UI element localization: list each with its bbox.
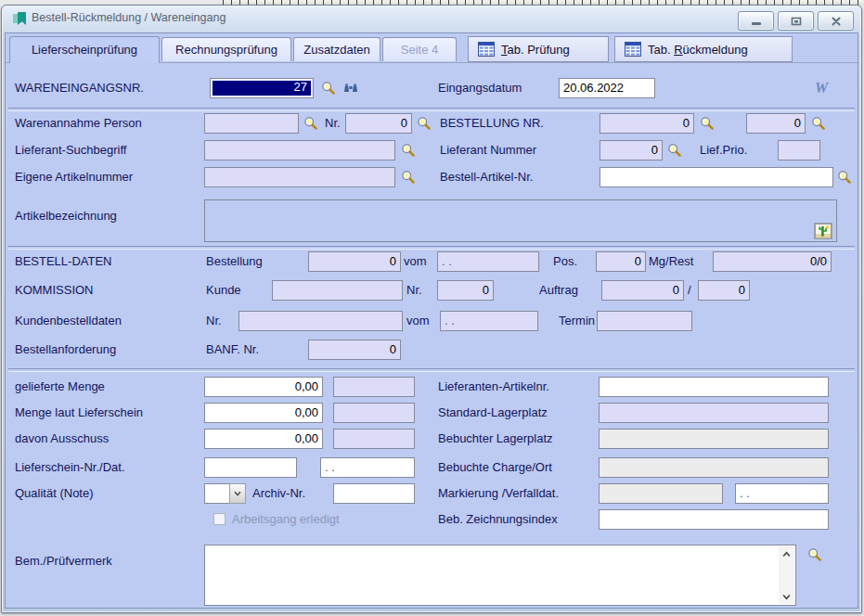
menge-laut-lieferschein-field[interactable]: 0,00 [204,403,323,423]
scroll-down-button[interactable] [779,589,794,604]
binoculars-icon[interactable] [343,81,358,96]
kommission-nr-field: 0 [437,280,494,301]
bestellung-nr-field[interactable]: 0 [600,113,694,134]
kunde-field [272,280,403,301]
beb-zeichnungsindex-field[interactable] [599,509,829,530]
kundenbestell-vom-field: . . [440,311,538,331]
bestell-artikel-nr-field[interactable] [600,167,833,187]
lief-prio-field[interactable] [778,140,820,160]
gelieferte-menge-field[interactable]: 0,00 [204,377,323,397]
lieferschein-nr-dat-label: Lieferschein-Nr./Dat. [15,457,125,478]
lieferschein-datum-field[interactable]: . . [320,457,415,478]
bestellanforderung-section-label: Bestellanforderung [15,340,116,360]
lieferant-nummer-label: Lieferant Nummer [440,140,536,160]
wareneingangsnr-label: WARENEINGANGSNR. [15,78,144,98]
search-icon[interactable] [807,547,822,562]
arbeitsgang-erledigt-checkbox [213,513,226,525]
scroll-up-button[interactable] [779,546,794,561]
kundenbestell-vom-label: vom [406,311,430,331]
termin-field [597,311,692,331]
markierung-field [599,483,723,504]
qualitaet-combo-button[interactable] [229,483,246,504]
minimize-icon [752,22,761,25]
qualitaet-combo-field[interactable] [204,483,230,504]
bebuchter-lagerplatz-field [599,429,829,449]
search-icon[interactable] [667,143,682,158]
search-icon[interactable] [417,116,432,131]
verfalldatum-field[interactable]: . . [735,483,829,504]
person-nr-label: Nr. [325,113,341,134]
kunde-label: Kunde [206,280,241,301]
bebuchte-charge-ort-field [599,457,829,478]
pos-label: Pos. [553,251,577,272]
search-icon[interactable] [401,143,416,158]
eingangsdatum-field[interactable]: 20.06.2022 [559,78,655,98]
table-icon [625,42,641,57]
textarea-scrollbar[interactable] [779,546,794,604]
pos-field: 0 [596,251,646,272]
table-icon [478,42,495,57]
bestellung-pos-field[interactable]: 0 [746,113,806,134]
search-icon[interactable] [837,170,852,185]
lieferant-suchbegriff-field[interactable] [204,140,395,160]
tab-pruefung-button-label: Tab. Prüfung [501,43,570,57]
separator-3 [8,368,855,372]
lieferschein-nr-field[interactable] [204,457,297,478]
maximize-icon [791,17,802,26]
search-icon[interactable] [811,116,826,131]
tab-zusatzdaten[interactable]: Zusatzdaten [293,37,380,61]
standard-lagerplatz-field [599,403,829,423]
tab-rueckmeldung-button[interactable]: Tab. Rückmeldung [614,36,793,62]
search-icon[interactable] [700,116,715,131]
app-window: Bestell-Rückmeldung / Wareneingang Liefe… [1,5,862,613]
bestellung-field: 0 [308,251,401,272]
archiv-nr-label: Archiv-Nr. [252,483,305,504]
lieferanten-artikelnr-field[interactable] [599,377,829,397]
gelieferte-menge-einheit-field [333,377,415,397]
minimize-button[interactable] [738,11,774,31]
search-icon[interactable] [321,81,336,96]
eigene-artikelnummer-label: Eigene Artikelnummer [15,167,133,187]
bestellung-nr-label: BESTELLUNG NR. [440,113,544,134]
eigene-artikelnummer-field[interactable] [204,167,395,187]
arbeitsgang-erledigt-label: Arbeitsgang erledigt [232,509,340,530]
titlebar[interactable]: Bestell-Rückmeldung / Wareneingang [2,6,861,31]
artikelbezeichnung-area[interactable] [204,199,837,242]
tab-rechnungspruefung[interactable]: Rechnungsprüfung [161,37,291,61]
lieferant-nummer-field[interactable]: 0 [600,140,663,160]
artikelbezeichnung-label: Artikelbezeichnung [15,206,117,226]
kommission-section-label: KOMMISSION [15,280,94,301]
wareneingangsnr-field[interactable]: 27 [210,78,314,98]
tab-lieferscheinpruefung[interactable]: Lieferscheinprüfung [9,36,160,63]
warenannahme-person-field[interactable] [204,113,299,134]
davon-ausschuss-field[interactable]: 0,00 [204,429,323,449]
banf-nr-label: BANF. Nr. [206,340,259,360]
chevron-up-icon [782,551,791,558]
image-button[interactable] [814,223,832,239]
eingangsdatum-label: Eingangsdatum [438,78,522,98]
banf-nr-field: 0 [308,340,401,360]
archiv-nr-field[interactable] [333,483,415,504]
lief-prio-label: Lief.Prio. [700,140,747,160]
auftrag-field-2: 0 [698,280,750,301]
search-icon[interactable] [303,116,318,131]
bem-pruefvermerk-label: Bem./Prüfvermerk [15,551,112,571]
vom-field: . . [437,251,539,272]
client-area: Lieferscheinprüfung Rechnungsprüfung Zus… [5,32,858,609]
w-logo: W [815,78,828,98]
chevron-down-icon [234,491,241,496]
close-button[interactable] [818,11,854,31]
search-icon[interactable] [401,170,416,185]
person-nr-field[interactable]: 0 [345,113,412,134]
bestellung-label: Bestellung [206,251,263,272]
termin-label: Termin [559,311,595,331]
auftrag-label: Auftrag [539,280,578,301]
tab-rueckmeldung-button-label: Tab. Rückmeldung [648,43,748,57]
bem-pruefvermerk-textarea[interactable] [204,545,796,606]
mgrest-label: Mg/Rest [649,251,693,272]
tab-pruefung-button[interactable]: Tab. Prüfung [468,36,609,62]
kundenbestelldaten-section-label: Kundenbestelldaten [15,311,122,331]
beb-zeichnungsindex-label: Beb. Zeichnungsindex [438,509,558,530]
maximize-button[interactable] [778,11,814,31]
davon-ausschuss-label: davon Ausschuss [15,429,109,449]
